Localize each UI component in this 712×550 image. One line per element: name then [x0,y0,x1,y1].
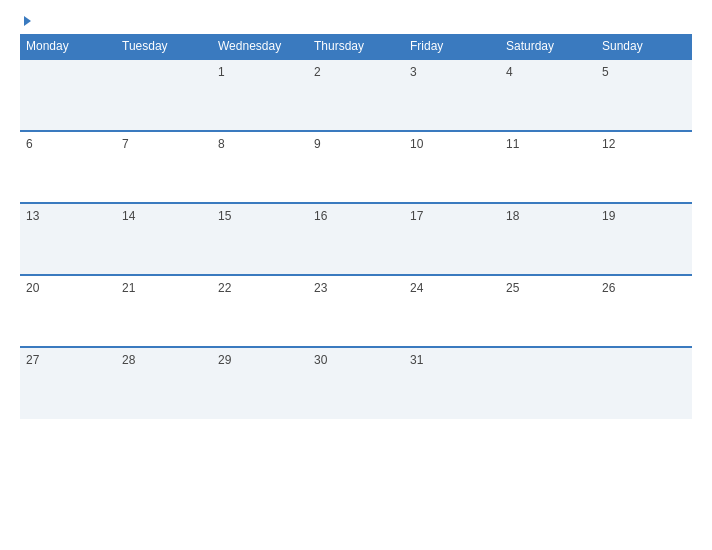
calendar-cell: 29 [212,347,308,419]
weekday-header-wednesday: Wednesday [212,34,308,59]
calendar-cell: 6 [20,131,116,203]
calendar-cell: 13 [20,203,116,275]
calendar-cell: 21 [116,275,212,347]
logo [20,16,31,26]
calendar-cell: 20 [20,275,116,347]
weekday-header-thursday: Thursday [308,34,404,59]
calendar-cell [500,347,596,419]
day-number: 17 [410,209,423,223]
calendar-cell [596,347,692,419]
calendar-cell: 1 [212,59,308,131]
day-number: 28 [122,353,135,367]
weekday-header-monday: Monday [20,34,116,59]
calendar-cell: 26 [596,275,692,347]
week-row-4: 20212223242526 [20,275,692,347]
calendar-cell: 15 [212,203,308,275]
header [20,16,692,26]
calendar-cell [20,59,116,131]
calendar-cell: 18 [500,203,596,275]
weekday-header-sunday: Sunday [596,34,692,59]
day-number: 2 [314,65,321,79]
week-row-3: 13141516171819 [20,203,692,275]
calendar-cell: 4 [500,59,596,131]
calendar-cell: 10 [404,131,500,203]
calendar-cell: 27 [20,347,116,419]
calendar-cell: 31 [404,347,500,419]
calendar-cell: 28 [116,347,212,419]
week-row-1: 12345 [20,59,692,131]
calendar-cell: 9 [308,131,404,203]
calendar-cell [116,59,212,131]
calendar-cell: 12 [596,131,692,203]
day-number: 11 [506,137,519,151]
day-number: 27 [26,353,39,367]
calendar-cell: 19 [596,203,692,275]
day-number: 14 [122,209,135,223]
day-number: 3 [410,65,417,79]
day-number: 24 [410,281,423,295]
calendar-cell: 22 [212,275,308,347]
calendar-header: MondayTuesdayWednesdayThursdayFridaySatu… [20,34,692,59]
day-number: 31 [410,353,423,367]
day-number: 13 [26,209,39,223]
weekday-header-row: MondayTuesdayWednesdayThursdayFridaySatu… [20,34,692,59]
day-number: 7 [122,137,129,151]
day-number: 30 [314,353,327,367]
day-number: 25 [506,281,519,295]
day-number: 12 [602,137,615,151]
day-number: 16 [314,209,327,223]
calendar-cell: 8 [212,131,308,203]
day-number: 10 [410,137,423,151]
calendar-cell: 14 [116,203,212,275]
calendar-cell: 24 [404,275,500,347]
calendar-table: MondayTuesdayWednesdayThursdayFridaySatu… [20,34,692,419]
week-row-5: 2728293031 [20,347,692,419]
calendar-cell: 30 [308,347,404,419]
calendar-cell: 25 [500,275,596,347]
day-number: 20 [26,281,39,295]
day-number: 23 [314,281,327,295]
day-number: 5 [602,65,609,79]
logo-triangle-icon [24,16,31,26]
day-number: 21 [122,281,135,295]
day-number: 18 [506,209,519,223]
calendar-cell: 16 [308,203,404,275]
day-number: 22 [218,281,231,295]
week-row-2: 6789101112 [20,131,692,203]
day-number: 4 [506,65,513,79]
logo-blue-text [20,16,31,26]
calendar-page: MondayTuesdayWednesdayThursdayFridaySatu… [0,0,712,550]
day-number: 15 [218,209,231,223]
calendar-cell: 3 [404,59,500,131]
calendar-cell: 5 [596,59,692,131]
day-number: 8 [218,137,225,151]
weekday-header-tuesday: Tuesday [116,34,212,59]
day-number: 29 [218,353,231,367]
day-number: 19 [602,209,615,223]
calendar-cell: 11 [500,131,596,203]
weekday-header-saturday: Saturday [500,34,596,59]
day-number: 6 [26,137,33,151]
day-number: 26 [602,281,615,295]
calendar-cell: 17 [404,203,500,275]
calendar-body: 1234567891011121314151617181920212223242… [20,59,692,419]
day-number: 9 [314,137,321,151]
day-number: 1 [218,65,225,79]
calendar-cell: 23 [308,275,404,347]
weekday-header-friday: Friday [404,34,500,59]
calendar-cell: 7 [116,131,212,203]
calendar-cell: 2 [308,59,404,131]
